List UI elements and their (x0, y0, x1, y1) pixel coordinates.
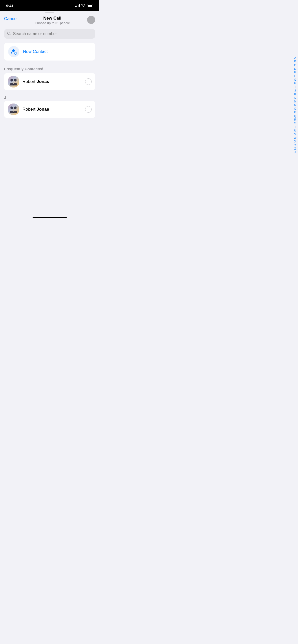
battery-icon (87, 4, 93, 7)
frequently-contacted-header: Frequently Contacted (0, 67, 99, 73)
new-contact-label: New Contact (23, 49, 48, 54)
contact-select-circle[interactable] (85, 106, 92, 113)
table-row[interactable]: Robert Jonas (4, 73, 95, 90)
svg-point-10 (10, 107, 13, 109)
wifi-icon (81, 4, 85, 8)
new-contact-icon (8, 46, 19, 57)
search-input[interactable] (13, 32, 92, 36)
contact-name: Robert Jonas (22, 107, 82, 112)
svg-point-8 (14, 79, 17, 82)
home-bar (33, 217, 67, 218)
contact-name: Robert Jonas (22, 79, 82, 84)
contact-select-circle[interactable] (85, 78, 92, 85)
signal-icon (75, 4, 80, 7)
status-time: 9:41 (6, 4, 13, 8)
search-icon (7, 32, 11, 36)
search-container (0, 27, 99, 43)
avatar (8, 104, 19, 115)
main-content: Cancel New Call Choose up to 31 people (0, 13, 99, 215)
table-row[interactable]: Robert Jonas (4, 101, 95, 118)
svg-point-11 (14, 107, 17, 109)
svg-rect-9 (8, 104, 19, 115)
status-bar: 9:41 (0, 0, 99, 11)
avatar (8, 76, 19, 87)
frequently-contacted-list: Robert Jonas (4, 73, 95, 90)
cancel-button[interactable]: Cancel (4, 16, 18, 22)
home-indicator (0, 215, 99, 223)
svg-point-7 (10, 79, 13, 82)
nav-action-button[interactable] (87, 16, 95, 24)
j-contact-list: Robert Jonas (4, 101, 95, 118)
page-subtitle: Choose up to 31 people (18, 21, 87, 25)
section-letter-j: J (0, 94, 99, 101)
status-icons (75, 4, 93, 8)
svg-rect-6 (8, 76, 19, 87)
new-contact-row[interactable]: New Contact (4, 43, 95, 61)
nav-bar: Cancel New Call Choose up to 31 people (0, 13, 99, 27)
sheet-handle-area (0, 11, 99, 13)
nav-title-group: New Call Choose up to 31 people (18, 16, 87, 25)
svg-line-1 (10, 34, 11, 35)
search-bar[interactable] (4, 29, 95, 39)
page-title: New Call (18, 16, 87, 21)
new-contact-section: New Contact (4, 43, 95, 61)
